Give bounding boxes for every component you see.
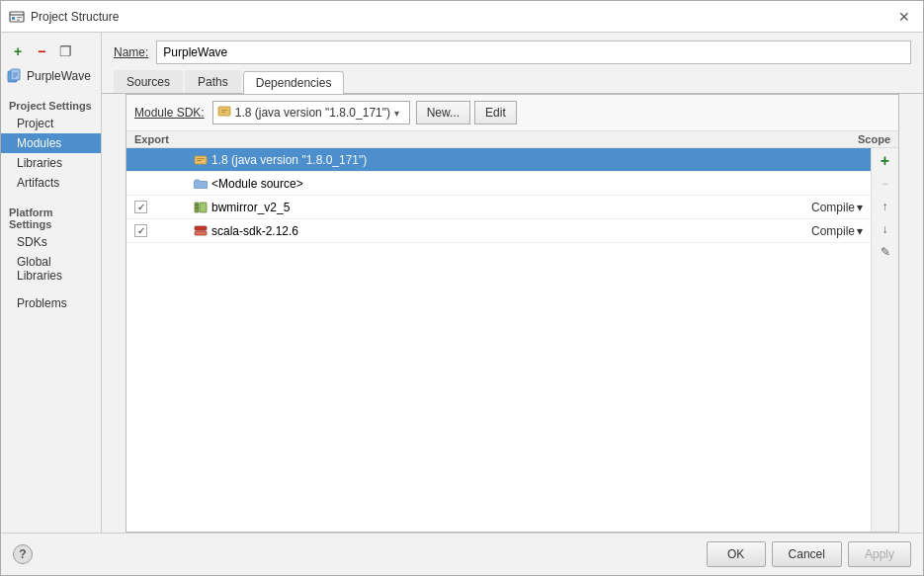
module-name: PurpleWave: [27, 69, 91, 83]
right-panel: Name: Sources Paths Dependencies: [102, 33, 923, 533]
svg-rect-20: [195, 226, 207, 230]
svg-rect-10: [218, 107, 230, 116]
sidebar-item-label-modules: Modules: [17, 136, 61, 150]
sdk-new-button[interactable]: New...: [416, 101, 470, 124]
tab-sources[interactable]: Sources: [114, 70, 183, 93]
name-input[interactable]: [156, 41, 911, 64]
sdk-edit-button[interactable]: Edit: [474, 101, 517, 124]
project-settings-label: Project Settings: [1, 94, 101, 114]
sidebar-remove-button[interactable]: −: [31, 41, 52, 62]
svg-rect-2: [12, 17, 15, 20]
dep-row-scala-sdk[interactable]: scala-sdk-2.12.6 Compile ▾: [126, 219, 871, 243]
dep-down-button[interactable]: ↓: [875, 218, 896, 240]
sdk-dropdown-arrow: ▾: [394, 108, 399, 119]
ok-button[interactable]: OK: [707, 541, 766, 567]
bottom-left: ?: [13, 544, 33, 564]
dep-export-scala-sdk: [134, 224, 194, 237]
scala-icon: [194, 224, 208, 238]
tab-dependencies[interactable]: Dependencies: [243, 71, 345, 94]
sidebar-item-label-global-libraries: Global Libraries: [17, 255, 62, 283]
sidebar-item-sdks[interactable]: SDKs: [1, 232, 101, 252]
platform-settings-label: Platform Settings: [1, 201, 101, 232]
col-header-scope: Scope: [792, 133, 890, 145]
deps-table: 1.8 (java version "1.8.0_171"): [126, 148, 871, 532]
lib-icon: [194, 201, 208, 214]
help-button[interactable]: ?: [13, 544, 33, 564]
svg-rect-4: [17, 19, 20, 20]
col-header-export: Export: [134, 133, 194, 145]
scope-dropdown-arrow[interactable]: ▾: [857, 201, 863, 214]
sidebar-item-project[interactable]: Project: [1, 114, 101, 133]
dep-checkbox-scala-sdk[interactable]: [134, 224, 147, 237]
sidebar-item-problems[interactable]: Problems: [1, 293, 101, 313]
svg-rect-14: [197, 158, 205, 159]
sidebar-item-label-libraries: Libraries: [17, 156, 62, 170]
dep-scope-scala-sdk: Compile ▾: [764, 224, 863, 238]
name-label: Name:: [114, 45, 148, 59]
dep-scope-bwmirror: Compile ▾: [764, 201, 863, 214]
deps-table-header: Export Scope: [126, 131, 898, 148]
folder-icon: [194, 177, 208, 191]
dialog-icon: [9, 9, 25, 25]
svg-rect-15: [197, 160, 202, 161]
svg-rect-19: [200, 203, 207, 212]
dep-add-button[interactable]: +: [875, 150, 896, 172]
dep-right-sidebar: + − ↑ ↓ ✎: [871, 148, 898, 532]
bottom-right: OK Cancel Apply: [707, 541, 911, 567]
sdk-actions: New... Edit: [416, 101, 517, 124]
dep-row-jdk[interactable]: 1.8 (java version "1.8.0_171"): [126, 148, 871, 172]
dep-name-module-source: <Module source>: [194, 177, 764, 191]
bottom-bar: ? OK Cancel Apply: [1, 533, 923, 575]
sdk-row: Module SDK: 1.8 (java version "1.8.0_171…: [126, 95, 898, 131]
dep-up-button[interactable]: ↑: [875, 196, 896, 217]
module-icon: [7, 68, 23, 84]
tabs-row: Sources Paths Dependencies: [102, 70, 923, 94]
dep-name-scala-sdk: scala-sdk-2.12.6: [194, 224, 764, 238]
project-structure-dialog: Project Structure ✕ + − ❐: [0, 0, 924, 576]
name-row: Name:: [102, 33, 923, 70]
dep-row-module-source[interactable]: <Module source>: [126, 172, 871, 196]
svg-rect-18: [195, 207, 199, 208]
sidebar-item-libraries[interactable]: Libraries: [1, 153, 101, 173]
svg-rect-21: [195, 231, 207, 235]
svg-rect-11: [221, 110, 227, 111]
dep-remove-button: −: [875, 173, 896, 195]
sidebar-item-label-sdks: SDKs: [17, 235, 47, 249]
sidebar-item-label-problems: Problems: [17, 296, 67, 310]
main-content: + − ❐ PurpleWave Project Set: [1, 33, 923, 533]
svg-rect-3: [17, 17, 22, 18]
sidebar-item-artifacts[interactable]: Artifacts: [1, 173, 101, 193]
sidebar: + − ❐ PurpleWave Project Set: [1, 33, 102, 533]
sdk-value: 1.8 (java version "1.8.0_171"): [235, 106, 390, 120]
sidebar-item-modules[interactable]: Modules: [1, 133, 101, 153]
svg-rect-17: [195, 205, 199, 206]
sdk-label: Module SDK:: [134, 106, 205, 120]
tab-paths[interactable]: Paths: [185, 70, 241, 93]
tab-content-dependencies: Module SDK: 1.8 (java version "1.8.0_171…: [126, 94, 899, 533]
sidebar-item-global-libraries[interactable]: Global Libraries: [1, 252, 101, 286]
dep-row-bwmirror[interactable]: bwmirror_v2_5 Compile ▾: [126, 196, 871, 219]
apply-button[interactable]: Apply: [848, 541, 911, 567]
dep-name-jdk: 1.8 (java version "1.8.0_171"): [194, 153, 764, 167]
sidebar-item-label-artifacts: Artifacts: [17, 176, 59, 190]
svg-rect-12: [221, 112, 225, 113]
sidebar-add-button[interactable]: +: [7, 41, 29, 62]
svg-rect-6: [11, 69, 20, 80]
scope-dropdown-arrow-scala[interactable]: ▾: [857, 224, 863, 238]
deps-area: 1.8 (java version "1.8.0_171"): [126, 148, 898, 532]
dep-checkbox-bwmirror[interactable]: [134, 201, 147, 213]
jdk-icon: [194, 153, 208, 167]
title-bar: Project Structure ✕: [1, 1, 923, 33]
dep-name-bwmirror: bwmirror_v2_5: [194, 201, 764, 214]
dep-edit-button[interactable]: ✎: [875, 241, 896, 263]
sdk-select[interactable]: 1.8 (java version "1.8.0_171") ▾: [212, 101, 410, 124]
close-button[interactable]: ✕: [893, 6, 915, 28]
sdk-select-icon: [217, 105, 231, 122]
module-item-purplewave[interactable]: PurpleWave: [1, 66, 101, 86]
sidebar-item-label-project: Project: [17, 117, 53, 130]
dialog-title: Project Structure: [31, 10, 893, 24]
dep-export-bwmirror: [134, 201, 194, 213]
cancel-button[interactable]: Cancel: [772, 541, 842, 567]
sidebar-copy-button[interactable]: ❐: [54, 41, 76, 62]
sidebar-toolbar: + − ❐: [1, 37, 101, 66]
